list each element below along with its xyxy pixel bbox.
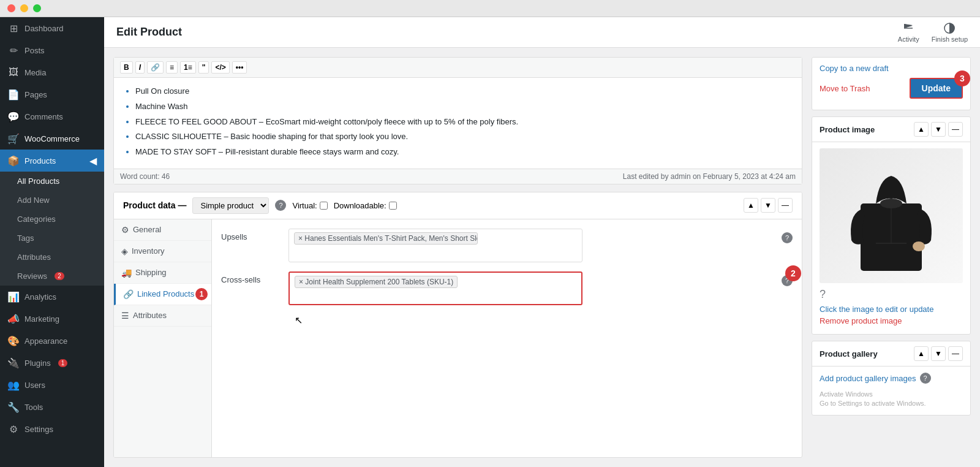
product-image-up[interactable]: ▲ <box>914 122 929 137</box>
toggle-btn[interactable]: — <box>778 198 793 213</box>
crosssells-tag: × Joint Health Supplement 200 Tablets (S… <box>295 276 458 288</box>
collapse-down-btn[interactable]: ▼ <box>761 198 775 213</box>
product-image-title: Product image <box>820 125 875 134</box>
attributes-label: Attributes <box>17 252 51 262</box>
downloadable-checkbox[interactable] <box>389 202 397 210</box>
sidebar-item-appearance[interactable]: 🎨 Appearance <box>0 330 104 352</box>
finish-setup-button[interactable]: Finish setup <box>932 22 968 43</box>
list-item-3: FLEECE TO FEEL GOOD ABOUT – EcoSmart mid… <box>135 116 793 129</box>
click-to-edit-link[interactable]: Click the image to edit or update <box>820 305 963 314</box>
sidebar-item-pages[interactable]: 📄 Pages <box>0 83 104 105</box>
sidebar-item-plugins[interactable]: 🔌 Plugins 1 <box>0 352 104 374</box>
list-item-4-text: CLASSIC SILHOUETTE – Basic hoodie shapin… <box>135 132 408 141</box>
last-edited: Last edited by admin on February 5, 2023… <box>623 172 796 181</box>
marketing-icon: 📣 <box>7 313 20 325</box>
product-image-help-icon[interactable]: ? <box>820 288 963 301</box>
close-btn[interactable] <box>7 4 15 12</box>
sidebar-item-woocommerce[interactable]: 🛒 WooCommerce <box>0 127 104 150</box>
comments-icon: 💬 <box>7 110 20 123</box>
collapse-up-btn[interactable]: ▲ <box>744 198 758 213</box>
cursor: ↖ <box>295 314 303 326</box>
maximize-btn[interactable] <box>33 4 41 12</box>
tags-label: Tags <box>17 234 34 243</box>
sidebar-item-analytics[interactable]: 📊 Analytics <box>0 286 104 308</box>
linked-products-content: Upsells × Hanes Essentials Men's T-Shirt… <box>212 219 802 457</box>
minimize-btn[interactable] <box>20 4 28 12</box>
description-list: Pull On closure Machine Wash FLEECE TO F… <box>135 85 793 159</box>
virtual-check: Virtual: <box>292 201 327 210</box>
gallery-up[interactable]: ▲ <box>914 346 929 361</box>
sidebar-item-label: Pages <box>24 90 47 99</box>
main-content: Edit Product Activity Finish setup <box>104 17 980 467</box>
sidebar-item-add-new[interactable]: Add New <box>0 191 104 210</box>
woocommerce-icon: 🛒 <box>7 132 20 145</box>
tab-inventory[interactable]: ◈ Inventory <box>114 241 211 262</box>
sidebar-item-marketing[interactable]: 📣 Marketing <box>0 308 104 330</box>
sidebar-item-comments[interactable]: 💬 Comments <box>0 105 104 127</box>
toolbar-ol[interactable]: 1≡ <box>180 61 196 74</box>
dashboard-icon: ⊞ <box>7 22 20 34</box>
top-bar: Edit Product Activity Finish setup <box>104 17 980 48</box>
sidebar-item-reviews[interactable]: Reviews 2 <box>0 267 104 286</box>
sidebar-item-users[interactable]: 👥 Users <box>0 374 104 396</box>
toolbar-bold[interactable]: B <box>120 61 133 74</box>
remove-product-image-link[interactable]: Remove product image <box>820 316 963 325</box>
toolbar-code[interactable]: </> <box>211 61 229 74</box>
toolbar-more[interactable]: ••• <box>232 61 247 74</box>
list-item-1-text: Pull On closure <box>135 86 189 96</box>
sidebar-item-media[interactable]: 🖼 Media <box>0 61 104 83</box>
sidebar-item-settings[interactable]: ⚙ Settings <box>0 418 104 440</box>
tab-shipping[interactable]: 🚚 Shipping <box>114 262 211 284</box>
sidebar: ⊞ Dashboard ✏ Posts 🖼 Media 📄 Pages 💬 Co… <box>0 17 104 467</box>
activity-button[interactable]: Activity <box>898 22 919 43</box>
tab-general-label: General <box>133 225 161 234</box>
add-gallery-images-link[interactable]: Add product gallery images <box>820 374 916 383</box>
tab-linked-products[interactable]: 🔗 Linked Products 1 <box>114 284 211 305</box>
sidebar-item-products[interactable]: 📦 Products ◀ <box>0 150 104 172</box>
sidebar-item-tags[interactable]: Tags <box>0 229 104 248</box>
virtual-checkbox[interactable] <box>320 202 328 210</box>
upsells-help[interactable]: ? <box>782 232 793 243</box>
sidebar-item-attributes[interactable]: Attributes <box>0 248 104 267</box>
tab-inventory-label: Inventory <box>132 246 164 256</box>
update-badge: 3 <box>954 70 970 86</box>
downloadable-label: Downloadable: <box>334 201 386 210</box>
sidebar-item-label: Dashboard <box>24 24 64 33</box>
move-trash-link[interactable]: Move to Trash <box>820 84 870 93</box>
product-image-toggle[interactable]: — <box>948 122 963 137</box>
copy-draft-link[interactable]: Copy to a new draft <box>820 64 889 73</box>
product-image-box: Product image ▲ ▼ — <box>812 116 971 335</box>
list-item-2-text: Machine Wash <box>135 102 188 111</box>
tab-general[interactable]: ⚙ General <box>114 219 211 241</box>
sidebar-item-dashboard[interactable]: ⊞ Dashboard <box>0 17 104 39</box>
publish-box-body: Copy to a new draft Move to Trash Update… <box>812 58 970 110</box>
sidebar-item-posts[interactable]: ✏ Posts <box>0 39 104 61</box>
product-type-help[interactable]: ? <box>275 200 286 211</box>
product-image-down[interactable]: ▼ <box>931 122 946 137</box>
list-item-5: MADE TO STAY SOFT – Pill-resistant durab… <box>135 146 793 159</box>
upsells-input[interactable]: × Hanes Essentials Men's T-Shirt Pack, M… <box>288 229 582 262</box>
content-area: B I 🔗 ≡ 1≡ " </> ••• Pull On closure Mac… <box>104 48 980 467</box>
crosssells-input[interactable]: × Joint Health Supplement 200 Tablets (S… <box>288 271 582 305</box>
product-type-select[interactable]: Simple product <box>192 197 269 214</box>
settings-icon: ⚙ <box>7 423 20 435</box>
tab-attributes[interactable]: ☰ Attributes <box>114 305 211 327</box>
crosssells-badge: 2 <box>785 265 801 281</box>
toolbar-quote[interactable]: " <box>198 61 209 74</box>
crosssells-tag-text: × Joint Health Supplement 200 Tablets (S… <box>299 278 453 286</box>
toolbar-italic[interactable]: I <box>135 61 145 74</box>
gallery-help-icon[interactable]: ? <box>920 373 931 384</box>
sidebar-item-categories[interactable]: Categories <box>0 210 104 229</box>
sidebar-item-all-products[interactable]: All Products <box>0 172 104 191</box>
reviews-label: Reviews <box>17 271 47 281</box>
copy-draft-row: Copy to a new draft <box>820 64 963 73</box>
sidebar-item-tools[interactable]: 🔧 Tools <box>0 396 104 418</box>
toolbar-link[interactable]: 🔗 <box>147 61 164 74</box>
gallery-toggle[interactable]: — <box>948 346 963 361</box>
publish-box: Copy to a new draft Move to Trash Update… <box>812 57 971 110</box>
sidebar-item-label: Plugins <box>24 359 51 368</box>
product-image-preview[interactable] <box>820 148 963 283</box>
toolbar-ul[interactable]: ≡ <box>166 61 178 74</box>
crosssells-input-wrap: × Joint Health Supplement 200 Tablets (S… <box>288 271 775 305</box>
gallery-down[interactable]: ▼ <box>931 346 946 361</box>
